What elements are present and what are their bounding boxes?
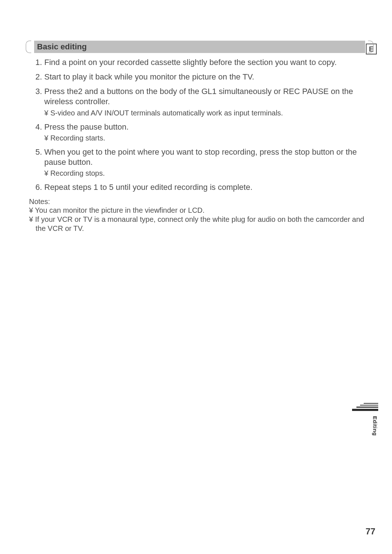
section-title-wrap: Basic editing <box>29 41 370 53</box>
list-item: Repeat steps 1 to 5 until your edited re… <box>44 182 370 192</box>
page: E Basic editing Find a point on your rec… <box>0 0 392 554</box>
step-sub: ¥ Recording stops. <box>44 169 370 178</box>
step-sub: ¥ Recording starts. <box>44 134 370 143</box>
note-line: ¥ You can monitor the picture in the vie… <box>29 206 370 215</box>
section-title: Basic editing <box>34 41 365 53</box>
list-item: Start to play it back while you monitor … <box>44 72 370 82</box>
page-number: 77 <box>366 526 375 537</box>
list-item: Find a point on your recorded cassette s… <box>44 57 370 68</box>
step-text: Start to play it back while you monitor … <box>44 72 254 81</box>
list-item: When you get to the point where you want… <box>44 147 370 178</box>
note-line: ¥ If your VCR or TV is a monaural type, … <box>29 215 370 233</box>
step-text: When you get to the point where you want… <box>44 147 357 167</box>
step-text: Press the pause button. <box>44 122 128 131</box>
side-bars-icon <box>352 403 378 411</box>
list-item: Press the2 and a buttons on the body of … <box>44 86 370 117</box>
step-sub: ¥ S-video and A/V IN/OUT terminals autom… <box>44 109 370 118</box>
step-text: Press the2 and a buttons on the body of … <box>44 87 353 106</box>
step-text: Find a point on your recorded cassette s… <box>44 58 337 67</box>
side-label: Editing <box>372 416 378 436</box>
side-tab: Editing <box>352 403 378 436</box>
step-text: Repeat steps 1 to 5 until your edited re… <box>44 183 253 192</box>
list-item: Press the pause button. ¥ Recording star… <box>44 122 370 143</box>
notes-heading: Notes: <box>29 197 370 206</box>
steps-list: Find a point on your recorded cassette s… <box>29 57 370 192</box>
